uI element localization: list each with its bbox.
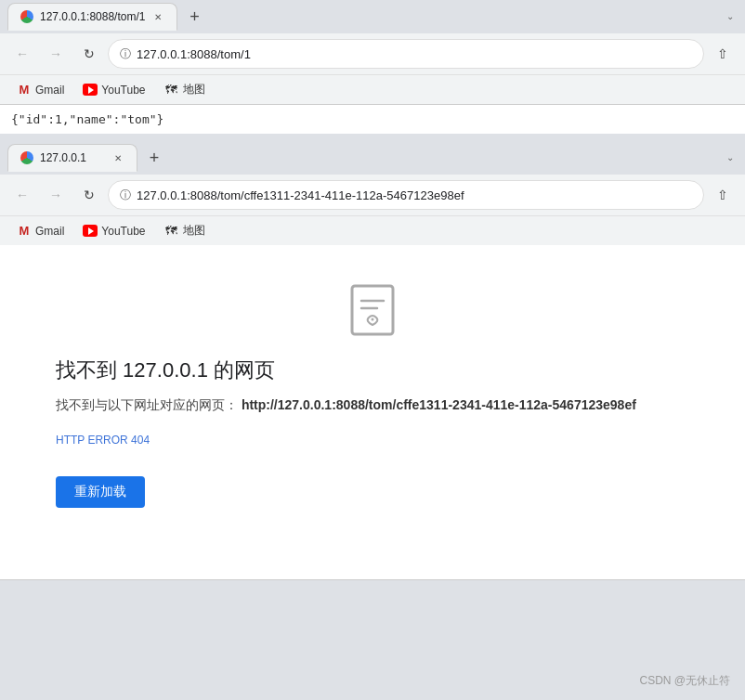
bookmarks-bar-2: M Gmail YouTube 🗺 地图: [0, 215, 745, 245]
window-chevron-1[interactable]: ⌄: [726, 11, 738, 22]
tab-title-2: 127.0.0.1: [40, 151, 105, 164]
page-content-1: {"id":1,"name":"tom"}: [0, 105, 745, 134]
youtube-icon-2: [83, 225, 98, 237]
error-icon: [345, 282, 400, 338]
bookmark-gmail-1[interactable]: M Gmail: [11, 81, 70, 99]
bookmark-youtube-1[interactable]: YouTube: [77, 81, 150, 99]
reload-button[interactable]: 重新加载: [56, 476, 145, 508]
refresh-btn-2[interactable]: ↻: [74, 180, 104, 210]
back-btn-2[interactable]: ←: [7, 180, 37, 210]
tab-favicon-1: [20, 9, 34, 24]
youtube-icon-1: [83, 84, 98, 96]
active-tab-1[interactable]: 127.0.0.1:8088/tom/1 ✕: [7, 3, 177, 31]
share-btn-1[interactable]: ⇧: [708, 39, 738, 69]
globe-icon-tab2: [20, 151, 33, 164]
error-desc-text: 找不到与以下网址对应的网页：: [56, 397, 238, 412]
bookmark-map-2[interactable]: 🗺 地图: [159, 221, 211, 240]
address-bar-row-2: ← → ↻ ⓘ 127.0.0.1:8088/tom/cffe1311-2341…: [0, 175, 745, 215]
youtube-label-1: YouTube: [101, 84, 145, 97]
error-page: 找不到 127.0.0.1 的网页 找不到与以下网址对应的网页： http://…: [0, 245, 745, 579]
forward-btn-2[interactable]: →: [41, 180, 71, 210]
tab-title-1: 127.0.0.1:8088/tom/1: [40, 10, 145, 23]
back-btn-1[interactable]: ←: [7, 39, 37, 69]
gmail-icon-1: M: [20, 83, 30, 97]
active-tab-2[interactable]: 127.0.0.1 ✕: [7, 144, 137, 172]
new-tab-btn-2[interactable]: +: [141, 145, 167, 171]
address-box-1[interactable]: ⓘ 127.0.0.1:8088/tom/1: [108, 39, 704, 69]
window-chevron-2[interactable]: ⌄: [726, 152, 738, 163]
map-favicon-2: 🗺: [164, 224, 179, 239]
address-box-2[interactable]: ⓘ 127.0.0.1:8088/tom/cffe1311-2341-411e-…: [108, 180, 704, 210]
error-code: HTTP ERROR 404: [56, 434, 150, 447]
tab-bar-2: 127.0.0.1 ✕ + ⌄: [0, 141, 745, 175]
tab-close-2[interactable]: ✕: [111, 150, 125, 165]
error-url: http://127.0.0.1:8088/tom/cffe1311-2341-…: [242, 397, 636, 412]
browser-window-2: 127.0.0.1 ✕ + ⌄ ← → ↻ ⓘ 127.0.0.1:8088/t…: [0, 141, 745, 580]
address-text-1: 127.0.0.1:8088/tom/1: [137, 47, 692, 61]
error-description: 找不到与以下网址对应的网页： http://127.0.0.1:8088/tom…: [56, 395, 689, 415]
refresh-btn-1[interactable]: ↻: [74, 39, 104, 69]
gmail-favicon-1: M: [17, 83, 32, 97]
map-label-1: 地图: [183, 82, 205, 97]
gmail-favicon-2: M: [17, 224, 32, 239]
map-label-2: 地图: [183, 223, 205, 239]
address-bar-row-1: ← → ↻ ⓘ 127.0.0.1:8088/tom/1 ⇧: [0, 33, 745, 74]
bookmarks-bar-1: M Gmail YouTube 🗺 地图: [0, 74, 745, 104]
window-controls-2: ⌄: [726, 152, 738, 163]
bookmark-map-1[interactable]: 🗺 地图: [159, 80, 211, 99]
gmail-icon-2: M: [20, 224, 30, 238]
svg-rect-0: [352, 286, 393, 334]
window-controls-1: ⌄: [726, 11, 738, 22]
error-icon-container: [56, 282, 689, 338]
map-icon-1: 🗺: [165, 83, 177, 97]
bookmark-youtube-2[interactable]: YouTube: [77, 222, 150, 240]
map-favicon-1: 🗺: [164, 83, 179, 97]
gmail-label-1: Gmail: [35, 84, 64, 97]
error-title: 找不到 127.0.0.1 的网页: [56, 356, 689, 384]
youtube-label-2: YouTube: [101, 225, 145, 238]
lock-icon-1: ⓘ: [120, 46, 131, 62]
forward-btn-1[interactable]: →: [41, 39, 71, 69]
tab-bar-1: 127.0.0.1:8088/tom/1 ✕ + ⌄: [0, 0, 745, 33]
csdn-watermark: CSDN @无休止符: [639, 673, 730, 689]
new-tab-btn-1[interactable]: +: [181, 4, 207, 30]
browser-window-1: 127.0.0.1:8088/tom/1 ✕ + ⌄ ← → ↻ ⓘ 127.0…: [0, 0, 745, 105]
tab-favicon-2: [20, 150, 34, 165]
globe-icon-tab1: [20, 10, 33, 23]
youtube-favicon-1: [83, 83, 98, 97]
svg-point-3: [372, 318, 374, 321]
bookmark-gmail-2[interactable]: M Gmail: [11, 222, 70, 240]
youtube-favicon-2: [83, 224, 98, 239]
json-response-1: {"id":1,"name":"tom"}: [11, 112, 163, 126]
tab-close-1[interactable]: ✕: [150, 9, 165, 24]
gmail-label-2: Gmail: [35, 225, 64, 238]
share-btn-2[interactable]: ⇧: [708, 180, 738, 210]
address-text-2: 127.0.0.1:8088/tom/cffe1311-2341-411e-11…: [137, 188, 692, 202]
lock-icon-2: ⓘ: [120, 188, 131, 203]
map-icon-2: 🗺: [165, 224, 177, 238]
